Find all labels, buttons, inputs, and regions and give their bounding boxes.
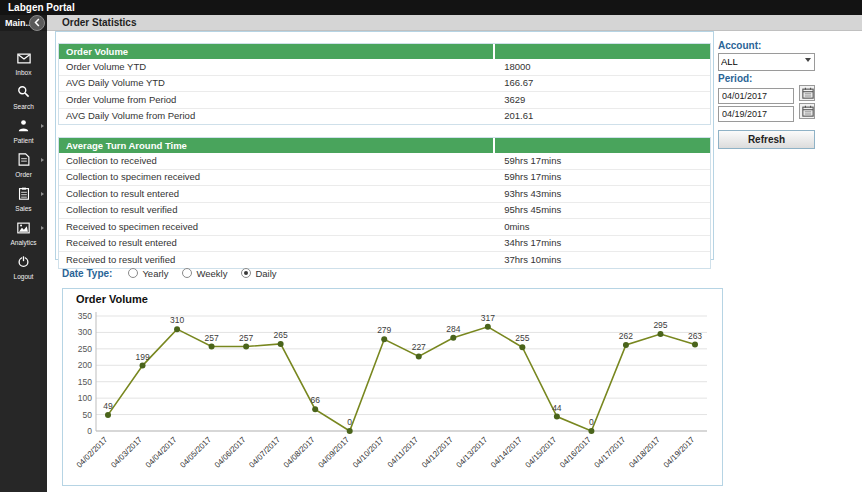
svg-text:255: 255 xyxy=(515,333,529,343)
svg-text:04/12/2017: 04/12/2017 xyxy=(420,435,455,470)
date-type-row: Date Type: YearlyWeeklyDaily xyxy=(62,266,291,280)
radio-label: Daily xyxy=(255,268,276,279)
table-row: AVG Daily Volume YTD166.67 xyxy=(59,76,710,93)
svg-text:200: 200 xyxy=(78,360,92,370)
period-label: Period: xyxy=(718,73,752,84)
sidebar-item-logout[interactable]: Logout xyxy=(0,249,47,283)
chevron-right-icon xyxy=(41,192,44,196)
row-value: 18000 xyxy=(495,59,530,75)
sidebar-item-search[interactable]: Search xyxy=(0,79,47,113)
row-value: 95hrs 45mins xyxy=(495,203,561,219)
svg-text:100: 100 xyxy=(78,393,92,403)
sidebar-item-label: Inbox xyxy=(0,69,47,76)
sidebar-item-order[interactable]: Order xyxy=(0,147,47,181)
sidebar-item-label: Order xyxy=(0,171,47,178)
order-icon xyxy=(18,152,30,169)
row-value: 0mins xyxy=(495,219,529,235)
inbox-icon xyxy=(17,50,31,67)
date-type-radio-yearly[interactable]: Yearly xyxy=(128,268,168,279)
date-type-options: YearlyWeeklyDaily xyxy=(128,268,290,279)
chevron-right-icon xyxy=(41,158,44,162)
svg-text:257: 257 xyxy=(204,333,218,343)
app-title: Labgen Portal xyxy=(0,0,862,15)
row-label: Received to result entered xyxy=(59,236,495,252)
svg-text:04/07/2017: 04/07/2017 xyxy=(247,435,282,470)
svg-text:317: 317 xyxy=(481,313,495,323)
svg-text:0: 0 xyxy=(589,417,594,427)
svg-text:250: 250 xyxy=(78,344,92,354)
svg-text:265: 265 xyxy=(274,330,288,340)
sales-icon xyxy=(18,186,30,203)
sidebar-item-inbox[interactable]: Inbox xyxy=(0,45,47,79)
date-type-label: Date Type: xyxy=(62,268,112,279)
row-label: Order Volume from Period xyxy=(59,92,495,108)
svg-text:04/08/2017: 04/08/2017 xyxy=(282,435,317,470)
svg-text:04/15/2017: 04/15/2017 xyxy=(524,435,559,470)
svg-text:04/11/2017: 04/11/2017 xyxy=(386,435,421,470)
sidebar: InboxSearchPatientOrderSalesAnalyticsLog… xyxy=(0,31,47,492)
sidebar-item-analytics[interactable]: Analytics xyxy=(0,215,47,249)
svg-text:150: 150 xyxy=(78,377,92,387)
table-row: Received to result entered34hrs 17mins xyxy=(59,236,710,253)
sidebar-item-label: Search xyxy=(0,103,47,110)
period-from-calendar-button[interactable] xyxy=(799,85,815,101)
sidebar-items: InboxSearchPatientOrderSalesAnalyticsLog… xyxy=(0,45,47,283)
row-value: 59hrs 17mins xyxy=(495,153,561,169)
table-row: Collection to result verified95hrs 45min… xyxy=(59,203,710,220)
svg-text:04/06/2017: 04/06/2017 xyxy=(213,435,248,470)
chart-svg: 05010015020025030035004/02/201704/03/201… xyxy=(63,306,722,486)
date-type-radio-daily[interactable]: Daily xyxy=(241,268,276,279)
row-label: Received to specimen received xyxy=(59,219,495,235)
period-from-row xyxy=(718,85,815,101)
row-label: AVG Daily Volume YTD xyxy=(59,76,495,92)
table-row: Order Volume from Period3629 xyxy=(59,92,710,109)
row-value: 3629 xyxy=(495,92,525,108)
period-from-input[interactable] xyxy=(718,88,794,104)
analytics-icon xyxy=(17,220,30,237)
period-to-input[interactable] xyxy=(718,106,794,122)
radio-icon xyxy=(182,268,192,278)
chevron-right-icon xyxy=(41,226,44,230)
row-value: 37hrs 10mins xyxy=(495,252,561,268)
order-volume-table: Order Volume Order Volume YTD18000AVG Da… xyxy=(58,43,711,125)
svg-text:04/02/2017: 04/02/2017 xyxy=(75,435,110,470)
turnaround-table-header-row: Average Turn Around Time xyxy=(59,138,710,153)
svg-text:44: 44 xyxy=(552,403,562,413)
svg-text:04/14/2017: 04/14/2017 xyxy=(489,435,524,470)
period-to-calendar-button[interactable] xyxy=(799,103,815,119)
sidebar-item-label: Analytics xyxy=(0,239,47,246)
row-label: Order Volume YTD xyxy=(59,59,495,75)
turnaround-table: Average Turn Around Time Collection to r… xyxy=(58,137,711,269)
row-label: Collection to received xyxy=(59,153,495,169)
refresh-button[interactable]: Refresh xyxy=(718,130,815,149)
table-row: Collection to received59hrs 17mins xyxy=(59,153,710,170)
svg-text:04/09/2017: 04/09/2017 xyxy=(316,435,351,470)
back-button[interactable] xyxy=(29,15,45,31)
svg-text:257: 257 xyxy=(239,333,253,343)
svg-text:04/05/2017: 04/05/2017 xyxy=(178,435,213,470)
order-volume-table-header-row: Order Volume xyxy=(59,44,710,59)
row-value: 59hrs 17mins xyxy=(495,170,561,186)
chevron-left-icon xyxy=(33,15,42,30)
statistics-panel: Order Volume Order Volume YTD18000AVG Da… xyxy=(55,31,714,260)
sidebar-item-sales[interactable]: Sales xyxy=(0,181,47,215)
order-volume-table-body: Order Volume YTD18000AVG Daily Volume YT… xyxy=(59,59,710,124)
table-row: AVG Daily Volume from Period201.61 xyxy=(59,109,710,125)
row-value: 166.67 xyxy=(495,76,533,92)
svg-text:263: 263 xyxy=(688,331,702,341)
radio-label: Weekly xyxy=(196,268,227,279)
page-title: Order Statistics xyxy=(62,15,136,31)
row-label: AVG Daily Volume from Period xyxy=(59,109,495,125)
sidebar-item-patient[interactable]: Patient xyxy=(0,113,47,147)
search-icon xyxy=(17,84,30,101)
order-volume-table-header: Order Volume xyxy=(59,44,495,59)
turnaround-table-body: Collection to received59hrs 17minsCollec… xyxy=(59,153,710,268)
sidebar-item-label: Sales xyxy=(0,205,47,212)
table-row: Collection to specimen received59hrs 17m… xyxy=(59,170,710,187)
date-type-radio-weekly[interactable]: Weekly xyxy=(182,268,227,279)
calendar-icon xyxy=(802,105,814,120)
account-label: Account: xyxy=(718,40,761,51)
period-to-row xyxy=(718,103,815,119)
svg-text:04/13/2017: 04/13/2017 xyxy=(455,435,490,470)
account-select[interactable]: ALL xyxy=(718,53,815,71)
